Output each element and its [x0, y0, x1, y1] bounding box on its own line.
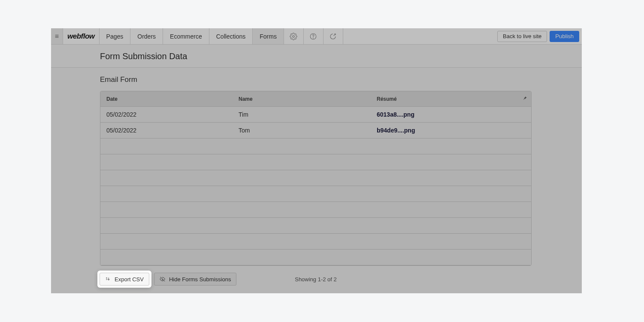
svg-point-2 — [313, 38, 314, 38]
back-to-live-button[interactable]: Back to live site — [497, 31, 547, 42]
top-bar: ≡ webflow PagesOrdersEcommerceCollection… — [51, 28, 582, 45]
col-date[interactable]: Date — [100, 96, 239, 102]
table-row-empty — [100, 138, 531, 154]
table-row-empty — [100, 154, 531, 170]
app-window: ≡ webflow PagesOrdersEcommerceCollection… — [51, 28, 582, 293]
hide-forms-label: Hide Forms Submissions — [169, 276, 231, 283]
export-csv-button[interactable]: Export CSV — [100, 273, 149, 286]
col-name[interactable]: Name — [239, 96, 377, 102]
table-row-empty — [100, 250, 531, 265]
menu-icon[interactable]: ≡ — [51, 28, 63, 44]
tab-orders[interactable]: Orders — [130, 28, 163, 44]
gear-icon[interactable] — [284, 28, 304, 44]
help-icon[interactable] — [304, 28, 324, 44]
publish-button[interactable]: Publish — [550, 31, 579, 42]
pin-icon[interactable] — [518, 96, 531, 102]
tab-forms[interactable]: Forms — [253, 28, 284, 44]
table-row[interactable]: 05/02/2022Tim6013a8....png — [100, 107, 531, 123]
cell-name: Tim — [239, 111, 377, 118]
nav-tabs: PagesOrdersEcommerceCollectionsForms — [100, 28, 284, 44]
pagination-text: Showing 1-2 of 2 — [295, 276, 337, 283]
table-row-empty — [100, 202, 531, 218]
cell-resume[interactable]: 6013a8....png — [377, 111, 531, 118]
svg-point-0 — [293, 35, 295, 37]
highlight-frame: Export CSV — [97, 271, 151, 288]
cell-date: 05/02/2022 — [100, 127, 239, 134]
tab-ecommerce[interactable]: Ecommerce — [163, 28, 209, 44]
table-row[interactable]: 05/02/2022Tomb94de9....png — [100, 123, 531, 138]
col-resume[interactable]: Résumé — [377, 96, 518, 102]
page-title: Form Submission Data — [100, 51, 582, 61]
page-header: Form Submission Data — [51, 45, 582, 68]
submissions-table: Date Name Résumé 05/02/2022Tim6013a8....… — [100, 91, 532, 266]
table-header: Date Name Résumé — [100, 91, 531, 107]
cell-resume[interactable]: b94de9....png — [377, 127, 531, 134]
form-title: Email Form — [100, 75, 582, 84]
topbar-right: Back to live site Publish — [495, 28, 582, 44]
bottom-row: Export CSV Hide Forms Submissions Showin… — [100, 273, 532, 286]
table-row-empty — [100, 218, 531, 234]
table-row-empty — [100, 234, 531, 250]
hide-forms-button[interactable]: Hide Forms Submissions — [154, 273, 237, 286]
cell-name: Tom — [239, 127, 377, 134]
tab-collections[interactable]: Collections — [209, 28, 253, 44]
export-csv-label-bright: Export CSV — [115, 276, 144, 283]
form-section: Email Form Date Name Résumé 05/02/2022Ti… — [51, 68, 582, 266]
tab-pages[interactable]: Pages — [100, 28, 131, 44]
table-row-empty — [100, 170, 531, 186]
cell-date: 05/02/2022 — [100, 111, 239, 118]
logo: webflow — [63, 28, 100, 44]
share-icon[interactable] — [324, 28, 343, 44]
table-row-empty — [100, 186, 531, 202]
